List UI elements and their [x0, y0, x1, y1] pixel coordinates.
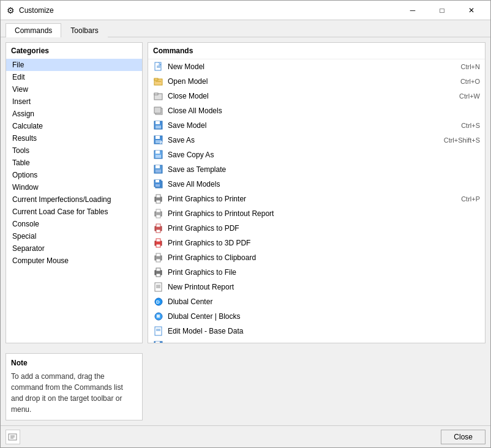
svg-rect-37 [156, 239, 160, 242]
command-label: Edit Model - Base Data [168, 327, 475, 335]
svg-rect-44 [156, 274, 160, 277]
category-window[interactable]: Window [6, 181, 142, 193]
svg-rect-32 [156, 215, 160, 218]
svg-text:D: D [156, 299, 160, 305]
command-new-model[interactable]: New Model Ctrl+N [148, 59, 485, 74]
category-results[interactable]: Results [6, 132, 142, 144]
bottom-area: Note To add a command, drag the command … [1, 348, 490, 425]
close-button[interactable]: Close [441, 430, 485, 444]
tab-bar: Commands Toolbars [1, 20, 490, 37]
svg-rect-26 [156, 184, 160, 187]
command-open-model[interactable]: Open Model Ctrl+O [148, 74, 485, 89]
command-new-printout[interactable]: New Printout Report [148, 280, 485, 294]
command-label: Save Copy As [168, 151, 475, 159]
category-imperfections[interactable]: Current Imperfections/Loading [6, 193, 142, 206]
note-title: Note [11, 359, 137, 367]
category-table[interactable]: Table [6, 157, 142, 169]
svg-rect-14 [156, 136, 160, 139]
window-controls: ─ □ ✕ [399, 3, 485, 18]
command-print-printer[interactable]: Print Graphics to Printer Ctrl+P [148, 192, 485, 206]
tab-toolbars[interactable]: Toolbars [61, 23, 107, 37]
command-label: Open Model [168, 77, 455, 86]
svg-rect-25 [156, 180, 159, 182]
minimize-button[interactable]: ─ [399, 3, 427, 18]
svg-rect-12 [156, 125, 161, 129]
command-label: New Model [168, 62, 456, 71]
category-calculate[interactable]: Calculate [6, 120, 142, 132]
command-label: Close All Models [168, 106, 475, 115]
command-print-clipboard[interactable]: Print Graphics to Clipboard [148, 250, 485, 265]
svg-rect-4 [154, 78, 158, 80]
print-file-icon [153, 267, 164, 278]
svg-rect-31 [156, 209, 160, 212]
command-close-model[interactable]: Close Model Ctrl+W [148, 89, 485, 103]
svg-rect-9 [154, 107, 161, 113]
svg-rect-52 [157, 315, 160, 318]
print-pdf-icon [153, 223, 164, 234]
note-text: To add a command, drag the command from … [11, 371, 137, 415]
empty-bottom-right [148, 353, 485, 420]
save-block-icon [153, 340, 164, 343]
command-edit-base-data[interactable]: Edit Model - Base Data [148, 324, 485, 338]
category-assign[interactable]: Assign [6, 108, 142, 120]
category-special[interactable]: Special [6, 230, 142, 242]
command-dlubal-blocks[interactable]: Dlubal Center | Blocks [148, 309, 485, 324]
command-label: Save All Models [168, 180, 475, 189]
tab-commands[interactable]: Commands [6, 23, 61, 37]
command-save-as[interactable]: A Save As Ctrl+Shift+S [148, 133, 485, 147]
svg-rect-38 [156, 244, 160, 247]
svg-rect-29 [156, 200, 160, 203]
categories-header: Categories [6, 43, 142, 59]
command-print-file[interactable]: Print Graphics to File [148, 265, 485, 280]
category-computer-mouse[interactable]: Computer Mouse [6, 255, 142, 267]
svg-rect-21 [156, 165, 160, 168]
command-label: Save as Block [168, 342, 456, 343]
category-options[interactable]: Options [6, 169, 142, 181]
command-save-block[interactable]: Save as Block Ctrl+B [148, 338, 485, 343]
title-bar: ⚙ Customize ─ □ ✕ [1, 1, 490, 20]
svg-rect-57 [156, 342, 160, 343]
category-load-case[interactable]: Current Load Case for Tables [6, 206, 142, 218]
command-label: Print Graphics to Printer [168, 195, 456, 203]
content-area: Categories File Edit View Insert Assign … [1, 37, 490, 348]
category-console[interactable]: Console [6, 218, 142, 230]
command-shortcut: Ctrl+N [461, 63, 480, 70]
maximize-button[interactable]: □ [428, 3, 456, 18]
main-window: ⚙ Customize ─ □ ✕ Commands Toolbars Cate… [0, 0, 491, 448]
command-save-model[interactable]: Save Model Ctrl+S [148, 118, 485, 133]
command-save-all[interactable]: Save All Models [148, 177, 485, 192]
svg-rect-11 [156, 121, 160, 124]
command-save-copy-as[interactable]: Save Copy As [148, 147, 485, 162]
command-dlubal-center[interactable]: D Dlubal Center [148, 294, 485, 309]
svg-rect-43 [156, 268, 160, 271]
command-label: Close Model [168, 92, 454, 100]
open-model-icon [153, 76, 164, 87]
svg-text:A: A [160, 140, 163, 144]
command-close-all-models[interactable]: Close All Models [148, 103, 485, 118]
save-all-icon [153, 179, 164, 190]
save-template-icon [153, 164, 164, 175]
svg-rect-28 [156, 195, 160, 198]
save-copy-icon [153, 149, 164, 160]
category-file[interactable]: File [6, 59, 142, 71]
commands-header: Commands [148, 43, 485, 59]
command-shortcut: Ctrl+Shift+S [444, 136, 480, 144]
command-label: Print Graphics to File [168, 268, 475, 277]
command-print-3dpdf[interactable]: Print Graphics to 3D PDF [148, 236, 485, 250]
category-edit[interactable]: Edit [6, 71, 142, 83]
category-view[interactable]: View [6, 83, 142, 95]
command-print-pdf[interactable]: Print Graphics to PDF [148, 221, 485, 236]
command-shortcut: Ctrl+O [460, 78, 480, 85]
svg-rect-18 [156, 151, 160, 154]
footer-icon [6, 430, 20, 444]
command-print-report[interactable]: Print Graphics to Printout Report [148, 206, 485, 221]
app-icon: ⚙ [6, 6, 15, 15]
category-separator[interactable]: Separator [6, 242, 142, 255]
svg-rect-34 [156, 224, 160, 227]
close-window-button[interactable]: ✕ [457, 3, 485, 18]
category-tools[interactable]: Tools [6, 144, 142, 157]
command-label: Save As [168, 136, 439, 144]
command-save-template[interactable]: Save as Template [148, 162, 485, 177]
footer: Close [1, 425, 490, 447]
category-insert[interactable]: Insert [6, 95, 142, 108]
